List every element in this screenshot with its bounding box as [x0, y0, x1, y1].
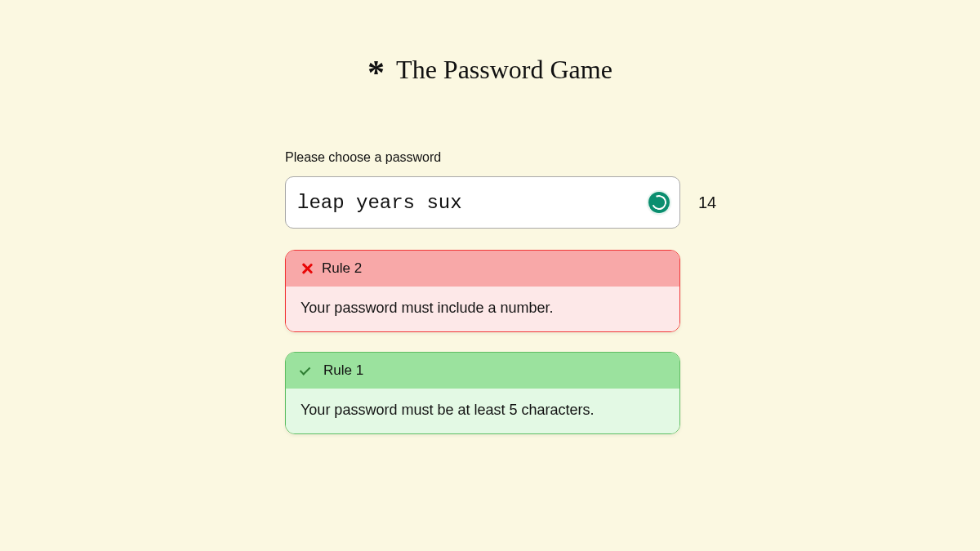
rule-card-pass: Rule 1 Your password must be at least 5 …: [285, 352, 680, 434]
rule-header: Rule 2: [286, 251, 679, 287]
password-value: leap years sux: [297, 192, 462, 214]
rule-label: Rule 2: [322, 260, 362, 277]
rule-text: Your password must be at least 5 charact…: [286, 389, 679, 433]
page-title: The Password Game: [396, 55, 612, 85]
page-title-row: * The Password Game: [368, 52, 612, 87]
char-count: 14: [698, 193, 716, 212]
asterisk-icon: *: [368, 56, 385, 90]
rule-card-fail: Rule 2 Your password must include a numb…: [285, 250, 680, 332]
rule-text: Your password must include a number.: [286, 287, 679, 331]
x-icon: [301, 262, 314, 275]
rule-label: Rule 1: [323, 362, 363, 379]
rule-header: Rule 1: [286, 353, 679, 389]
check-icon: [301, 365, 315, 376]
password-input[interactable]: leap years sux: [285, 176, 680, 229]
grammarly-icon[interactable]: [648, 192, 670, 213]
password-prompt: Please choose a password: [285, 150, 680, 165]
